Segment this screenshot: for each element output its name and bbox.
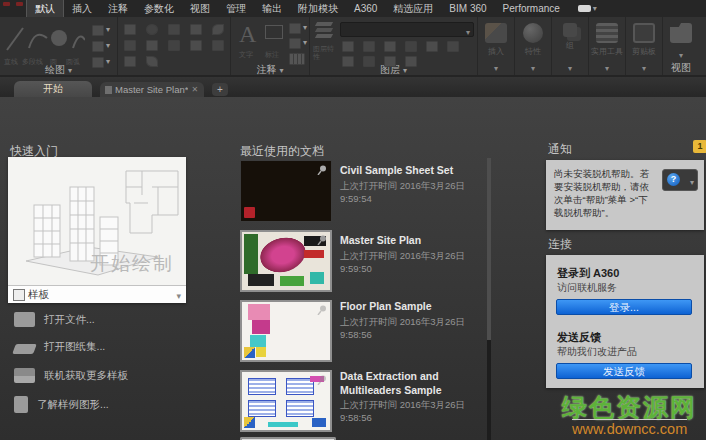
draw-tool-label: 直线 — [4, 57, 18, 67]
window-logo-artifact — [16, 2, 23, 6]
ribbon-tab-a360[interactable]: A360 — [346, 0, 385, 17]
panel-properties-collapsed[interactable]: 特性 ▾ — [515, 17, 552, 75]
ribbon-tab-performance[interactable]: Performance — [495, 0, 568, 17]
layer-properties-icon[interactable] — [316, 22, 332, 38]
notification-count-badge: 1 — [693, 140, 706, 153]
signin-button[interactable]: 登录... — [556, 299, 692, 315]
ribbon-display-toggle-icon[interactable] — [578, 5, 591, 12]
draw-tools-icons[interactable] — [5, 24, 85, 56]
dwg-file-icon — [244, 347, 255, 358]
template-icon — [13, 289, 25, 301]
draw-tool-label: 多段线 — [22, 57, 43, 67]
pin-icon[interactable] — [317, 305, 327, 315]
layer-properties-label: 图层特性 — [313, 45, 337, 62]
panel-clipboard-collapsed[interactable]: 剪贴板 ▾ — [626, 17, 663, 75]
recent-doc-thumbnail-civil[interactable] — [240, 160, 332, 222]
online-templates-icon — [14, 368, 35, 383]
recent-doc-thumbnail-data-extraction[interactable] — [240, 370, 332, 432]
recent-doc-thumbnail-floor[interactable] — [240, 300, 332, 362]
pin-icon[interactable] — [317, 375, 327, 385]
recent-doc-info[interactable]: Data Extraction and Multileaders Sample … — [340, 370, 492, 423]
panel-groups-collapsed[interactable]: 组 ▾ — [552, 17, 589, 75]
recent-doc-info[interactable]: Floor Plan Sample 上次打开时间 2016年3月26日 9:58… — [340, 300, 492, 340]
start-drawing-card[interactable]: 开始绘制 样板 ▾ — [8, 157, 186, 303]
ribbon-tab-featured-apps[interactable]: 精选应用 — [385, 0, 441, 17]
ribbon-tab-annotate[interactable]: 注释 — [100, 0, 136, 17]
start-drawing-label: 开始绘制 — [90, 251, 174, 277]
ribbon-tab-output[interactable]: 输出 — [254, 0, 290, 17]
ribbon: 直线 多段线 圆 圆弧 ▾ ▾ ▾ 绘图 ▾ 修改 ▾ — [0, 17, 706, 77]
tab-start[interactable]: 开始 — [14, 81, 92, 97]
panel-annotation: A 文字 标注 ▾ ▾ 注释 ▾ — [231, 17, 310, 75]
draw-mini-tools[interactable]: ▾ ▾ ▾ — [92, 25, 110, 68]
layer-mini-tools[interactable] — [342, 41, 462, 67]
panel-view[interactable]: ▾ 视图 — [663, 17, 699, 75]
panel-modify: 修改 ▾ — [118, 17, 231, 75]
scrollbar-thumb[interactable] — [487, 340, 491, 440]
explore-sample-drawings-link[interactable]: 了解样例图形... — [14, 396, 109, 413]
pin-icon[interactable] — [317, 165, 327, 175]
recent-docs-title: 最近使用的文档 — [240, 143, 324, 160]
pin-icon[interactable] — [317, 235, 327, 245]
recent-doc-thumbnail-master[interactable] — [240, 230, 332, 292]
sample-drawing-icon — [14, 396, 28, 413]
connect-card: 登录到 A360 访问联机服务 登录... 发送反馈 帮助我们改进产品 发送反馈 — [546, 255, 704, 388]
dimension-tool-icon[interactable] — [265, 25, 283, 39]
new-drawing-tab-button[interactable]: + — [212, 83, 228, 96]
ribbon-tab-default[interactable]: 默认 — [26, 0, 64, 17]
ribbon-tab-insert[interactable]: 插入 — [64, 0, 100, 17]
signin-heading: 登录到 A360 — [557, 266, 619, 281]
open-files-link[interactable]: 打开文件... — [14, 312, 95, 327]
watermark-site-url: www.downcc.com — [572, 419, 687, 437]
open-sheet-set-link[interactable]: 打开图纸集... — [14, 340, 105, 354]
modify-tools-icons[interactable] — [118, 17, 230, 74]
get-more-templates-link[interactable]: 联机获取更多样板 — [14, 368, 128, 383]
panel-block-collapsed[interactable]: 插入 ▾ — [478, 17, 515, 75]
recent-doc-info[interactable]: Civil Sample Sheet Set 上次打开时间 2016年3月26日… — [340, 164, 492, 204]
notification-message: 尚未安装脱机帮助。若要安装脱机帮助，请依次单击“帮助”菜单 >“下载脱机帮助”。 — [554, 167, 656, 219]
ribbon-tab-manage[interactable]: 管理 — [218, 0, 254, 17]
template-selector[interactable]: 样板 ▾ — [8, 285, 186, 303]
connect-title: 连接 — [548, 236, 572, 253]
ribbon-tab-bim360[interactable]: BIM 360 — [441, 0, 494, 17]
recent-docs-scrollbar[interactable] — [487, 158, 491, 440]
ribbon-tab-view[interactable]: 视图 — [182, 0, 218, 17]
close-icon[interactable]: ✕ — [191, 82, 198, 97]
notification-card: 尚未安装脱机帮助。若要安装脱机帮助，请依次单击“帮助”菜单 >“下载脱机帮助”。… — [546, 160, 704, 230]
chevron-down-icon[interactable]: ▾ — [593, 0, 597, 17]
chevron-down-icon: ▾ — [663, 51, 699, 60]
feedback-heading: 发送反馈 — [557, 330, 601, 345]
drawing-file-icon — [105, 86, 112, 94]
chevron-down-icon: ▾ — [552, 64, 588, 73]
tab-master-site-plan[interactable]: Master Site Plan* ✕ — [100, 82, 204, 97]
chevron-down-icon: ▾ — [626, 64, 662, 73]
folder-view-icon — [670, 23, 692, 43]
ribbon-tab-addins[interactable]: 附加模块 — [290, 0, 346, 17]
recent-doc-info[interactable]: Master Site Plan 上次打开时间 2016年3月26日 9:59:… — [340, 234, 492, 274]
clipboard-paste-icon — [633, 23, 655, 43]
send-feedback-button[interactable]: 发送反馈 — [556, 363, 692, 379]
panel-layers: 图层特性 ▾ 图层 ▾ — [310, 17, 478, 75]
chevron-down-icon: ▾ — [589, 64, 625, 73]
open-folder-icon — [14, 312, 35, 327]
text-tool-icon[interactable]: A — [239, 21, 256, 48]
panel-draw: 直线 多段线 圆 圆弧 ▾ ▾ ▾ 绘图 ▾ — [0, 17, 118, 75]
chevron-down-icon: ▾ — [478, 64, 514, 73]
chevron-down-icon: ▾ — [176, 288, 181, 305]
insert-block-icon — [485, 23, 507, 43]
draw-tool-label: 圆弧 — [66, 57, 80, 67]
window-logo-artifact — [3, 2, 10, 6]
sheet-set-icon — [12, 344, 37, 354]
properties-sphere-icon — [523, 23, 543, 43]
calculator-icon — [596, 23, 618, 43]
draw-tool-label: 圆 — [50, 57, 57, 67]
chevron-down-icon: ▾ — [515, 64, 551, 73]
layer-select[interactable]: ▾ — [340, 22, 474, 37]
help-button[interactable]: ? ▾ — [662, 169, 698, 191]
annotation-tool-label: 标注 — [265, 50, 279, 60]
annotation-mini-tools[interactable]: ▾ ▾ — [289, 23, 307, 65]
annotation-tool-label: 文字 — [239, 50, 253, 60]
panel-utilities-collapsed[interactable]: 实用工具 ▾ — [589, 17, 626, 75]
ribbon-tab-parametric[interactable]: 参数化 — [136, 0, 182, 17]
help-question-icon: ? — [667, 173, 680, 186]
